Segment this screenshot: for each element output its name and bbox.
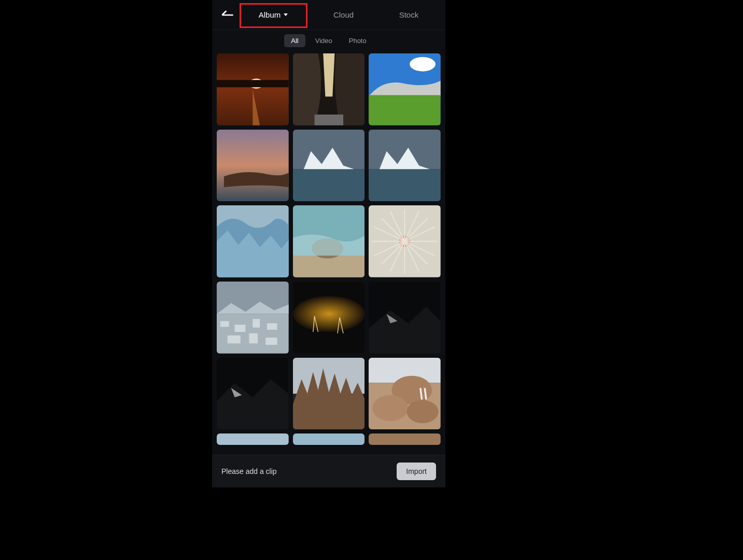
media-grid — [217, 53, 441, 445]
thumb-image-icon — [217, 130, 289, 202]
tab-cloud[interactable]: Cloud — [328, 7, 359, 22]
bottom-action-bar: Please add a clip Import — [212, 455, 445, 487]
svg-rect-40 — [228, 335, 241, 343]
thumbnail-iceberg-2[interactable] — [369, 130, 441, 202]
svg-rect-14 — [293, 256, 365, 277]
thumbnail-dark-mountain-2[interactable] — [217, 358, 289, 430]
source-tabs: Album Cloud Stock — [236, 7, 441, 22]
back-button[interactable] — [219, 7, 236, 23]
thumb-image-icon — [217, 282, 289, 354]
hint-text: Please add a clip — [221, 467, 277, 475]
thumbnail-icy-landscape[interactable] — [217, 282, 289, 354]
thumb-image-icon — [293, 433, 365, 445]
thumbnail-iceberg-1[interactable] — [293, 130, 365, 202]
svg-point-44 — [293, 296, 365, 332]
svg-rect-7 — [217, 130, 289, 202]
filter-photo[interactable]: Photo — [342, 34, 373, 47]
thumb-image-icon — [293, 205, 365, 277]
tab-album[interactable]: Album — [254, 7, 293, 22]
svg-rect-41 — [249, 333, 258, 343]
thumb-image-icon — [369, 282, 441, 354]
svg-point-52 — [407, 400, 439, 423]
thumbnail-dandelion-macro[interactable] — [369, 205, 441, 277]
thumb-image-icon — [369, 53, 441, 125]
import-button[interactable]: Import — [397, 463, 436, 480]
thumb-image-icon — [293, 130, 365, 202]
svg-point-5 — [410, 57, 436, 72]
svg-rect-39 — [267, 323, 277, 329]
thumb-image-icon — [217, 53, 289, 125]
back-arrow-icon — [219, 7, 236, 23]
thumbnail-partial-3[interactable] — [369, 433, 441, 445]
chevron-down-icon — [284, 13, 288, 16]
thumbnail-partial-2[interactable] — [293, 433, 365, 445]
thumb-image-icon — [217, 433, 289, 445]
svg-rect-38 — [253, 319, 260, 328]
thumbnail-partial-1[interactable] — [217, 433, 289, 445]
svg-rect-55 — [369, 433, 441, 445]
thumb-image-icon — [293, 282, 365, 354]
svg-rect-53 — [217, 433, 289, 445]
thumbnail-coastal-aerial-dusk[interactable] — [217, 130, 289, 202]
thumbnail-mountain-green-meadow[interactable] — [369, 53, 441, 125]
media-picker-screen: Album Cloud Stock All Video Photo — [212, 0, 445, 487]
thumb-image-icon — [369, 130, 441, 202]
svg-point-51 — [372, 395, 408, 421]
thumb-image-icon — [217, 358, 289, 430]
thumb-image-icon — [293, 53, 365, 125]
thumbnail-lightning-night[interactable] — [293, 282, 365, 354]
media-type-filter: All Video Photo — [212, 30, 445, 49]
thumbnail-canyon-slot[interactable] — [293, 53, 365, 125]
tab-cloud-label: Cloud — [333, 10, 354, 19]
thumbnail-dark-mountain-1[interactable] — [369, 282, 441, 354]
filter-video[interactable]: Video — [309, 34, 339, 47]
svg-rect-11 — [369, 169, 441, 201]
svg-rect-42 — [265, 338, 277, 345]
thumb-image-icon — [217, 205, 289, 277]
tab-stock-label: Stock — [399, 10, 419, 19]
tab-album-label: Album — [259, 10, 281, 19]
svg-rect-6 — [369, 95, 441, 125]
thumbnail-sunset-over-water[interactable] — [217, 53, 289, 125]
thumb-image-icon — [293, 358, 365, 430]
thumbnail-blue-glacier[interactable] — [217, 205, 289, 277]
thumb-image-icon — [369, 358, 441, 430]
thumb-image-icon — [369, 205, 441, 277]
thumbnail-walrus-group[interactable] — [369, 358, 441, 430]
header-bar: Album Cloud Stock — [212, 0, 445, 30]
svg-rect-37 — [235, 325, 246, 332]
tab-stock[interactable]: Stock — [394, 7, 424, 22]
thumbnail-seal-in-water[interactable] — [293, 205, 365, 277]
filter-all[interactable]: All — [284, 34, 305, 47]
svg-rect-3 — [314, 115, 343, 125]
thumbnail-rocky-peaks[interactable] — [293, 358, 365, 430]
svg-rect-54 — [293, 433, 365, 445]
svg-rect-9 — [293, 169, 365, 201]
svg-rect-36 — [220, 321, 229, 327]
media-grid-scroll[interactable] — [212, 49, 445, 487]
thumb-image-icon — [369, 433, 441, 445]
